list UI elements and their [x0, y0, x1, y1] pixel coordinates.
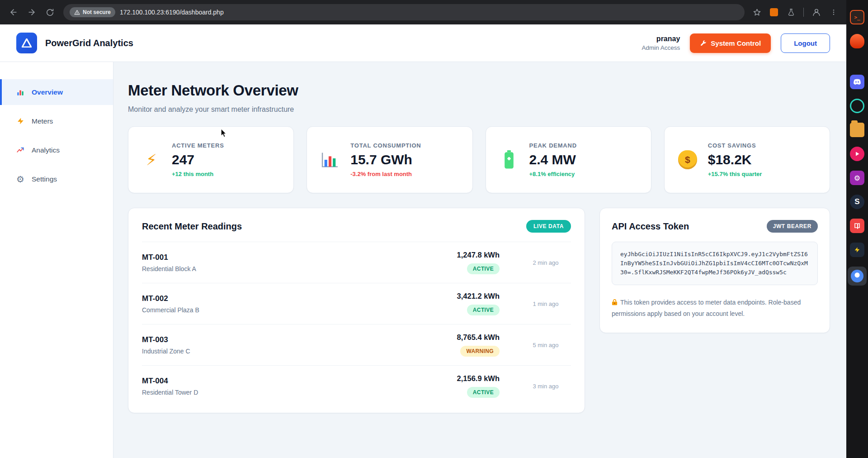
meter-id: MT-001 [142, 253, 457, 262]
readings-title: Recent Meter Readings [142, 221, 242, 232]
refresh-icon[interactable] [42, 4, 58, 20]
browser-window: Not secure 172.100.100.23:6190/dashboard… [0, 0, 846, 458]
powergrid-logo-icon [16, 33, 37, 53]
sidebar: Overview Meters Analytics [0, 62, 113, 458]
main-content: Meter Network Overview Monitor and analy… [113, 62, 846, 458]
stat-card-peak-demand: PEAK DEMAND 2.4 MW +8.1% efficiency [486, 126, 651, 193]
profile-icon[interactable] [809, 5, 824, 19]
table-row[interactable]: MT-004 Residential Tower D 2,156.9 kWh A… [142, 365, 571, 406]
menu-dots-icon[interactable] [827, 6, 840, 19]
dashboard-app: PowerGrid Analytics pranay Admin Access … [0, 24, 846, 458]
app-body: Overview Meters Analytics [0, 62, 846, 458]
table-row[interactable]: MT-001 Residential Block A 1,247.8 kWh A… [142, 242, 571, 283]
meter-value: 3,421.2 kWh [457, 292, 500, 301]
compass-icon[interactable] [850, 99, 864, 113]
lock-icon [612, 299, 618, 305]
sidebar-item-meters[interactable]: Meters [0, 108, 113, 134]
sidebar-item-settings[interactable]: ⚙ Settings [0, 166, 113, 192]
user-info: pranay Admin Access [642, 35, 680, 51]
logout-button[interactable]: Logout [781, 33, 830, 53]
table-row[interactable]: MT-002 Commercial Plaza B 3,421.2 kWh AC… [142, 283, 571, 324]
sidebar-item-overview[interactable]: Overview [0, 79, 113, 105]
meter-value: 2,156.9 kWh [457, 374, 500, 383]
toolbar-actions [750, 5, 841, 19]
token-header: API Access Token JWT BEARER [612, 208, 818, 242]
meter-id: MT-004 [142, 377, 457, 386]
battery-icon [498, 150, 520, 169]
user-role: Admin Access [642, 44, 680, 51]
security-label: Not secure [83, 9, 111, 15]
app-header: PowerGrid Analytics pranay Admin Access … [0, 24, 846, 62]
labs-flask-icon[interactable] [784, 5, 798, 19]
page-subtitle: Monitor and analyze your smart meter inf… [128, 105, 830, 114]
forward-icon[interactable] [24, 4, 40, 20]
stat-value: 15.7 GWh [350, 152, 421, 167]
brand: PowerGrid Analytics [16, 33, 133, 53]
gear-icon: ⚙ [15, 174, 25, 185]
stats-row: ⚡ ACTIVE METERS 247 +12 this month [128, 126, 830, 193]
table-row[interactable]: MT-003 Industrial Zone C 8,765.4 kWh WAR… [142, 324, 571, 365]
browser-app-icon[interactable] [851, 270, 863, 282]
sidebar-item-label: Overview [32, 88, 63, 96]
flame-icon[interactable] [850, 34, 864, 48]
recent-readings-card: Recent Meter Readings LIVE DATA MT-001 R… [128, 208, 585, 413]
browser-toolbar: Not secure 172.100.100.23:6190/dashboard… [0, 0, 846, 24]
stat-label: ACTIVE METERS [172, 142, 224, 149]
meter-time: 1 min ago [520, 301, 571, 307]
system-control-button[interactable]: System Control [690, 33, 771, 53]
live-data-badge: LIVE DATA [526, 220, 571, 233]
discord-icon[interactable] [850, 75, 864, 89]
reader-icon[interactable] [850, 219, 864, 233]
stat-label: PEAK DEMAND [529, 142, 577, 149]
stat-label: TOTAL CONSUMPTION [350, 142, 421, 149]
stat-label: COST SAVINGS [708, 142, 762, 149]
bookmark-star-icon[interactable] [750, 5, 764, 19]
stat-value: $18.2K [708, 152, 762, 167]
status-badge: ACTIVE [467, 263, 500, 274]
bar-chart-icon [319, 151, 341, 168]
meter-id: MT-002 [142, 294, 457, 303]
media-icon[interactable] [850, 147, 864, 161]
meter-time: 3 min ago [520, 383, 571, 390]
stat-delta: +12 this month [172, 171, 224, 177]
security-chip[interactable]: Not secure [70, 7, 115, 17]
folder-icon[interactable] [850, 123, 864, 137]
stat-card-total-consumption: TOTAL CONSUMPTION 15.7 GWh -3.2% from la… [307, 126, 472, 193]
meter-value: 1,247.8 kWh [457, 251, 500, 259]
address-bar[interactable]: Not secure 172.100.100.23:6190/dashboard… [63, 4, 745, 20]
url-text[interactable]: 172.100.100.23:6190/dashboard.php [120, 9, 224, 16]
lightning-bolt-icon [15, 117, 25, 125]
extension-icon[interactable] [767, 5, 781, 19]
meter-location: Commercial Plaza B [142, 306, 457, 314]
header-actions: pranay Admin Access System Control Logou… [642, 33, 830, 53]
skype-icon[interactable]: S [850, 195, 864, 209]
back-icon[interactable] [5, 4, 22, 20]
sidebar-item-label: Meters [32, 117, 53, 125]
trend-line-icon [15, 146, 25, 154]
bar-chart-icon [15, 88, 25, 96]
lightning-bolt-icon: ⚡ [140, 152, 163, 167]
meter-id: MT-003 [142, 335, 457, 344]
api-token-card: API Access Token JWT BEARER eyJhbGciOiJI… [599, 208, 830, 333]
username: pranay [642, 35, 680, 43]
terminal-icon[interactable]: >_ [850, 10, 864, 24]
stat-delta: +8.1% efficiency [529, 171, 577, 177]
active-app-highlight [848, 267, 867, 286]
os-taskbar: >_ ⚙ S [846, 0, 868, 458]
jwt-bearer-badge: JWT BEARER [767, 220, 818, 233]
status-badge: ACTIVE [467, 305, 500, 315]
readings-header: Recent Meter Readings LIVE DATA [142, 208, 571, 242]
token-note: This token provides access to meter data… [612, 297, 818, 319]
wrench-icon [700, 40, 707, 47]
settings-app-icon[interactable]: ⚙ [850, 171, 864, 185]
meter-location: Residential Tower D [142, 389, 457, 396]
meter-time: 2 min ago [520, 259, 571, 266]
token-value[interactable]: eyJhbGciOiJIUzI1NiIsInR5cCI6IkpXVCJ9.eyJ… [612, 242, 818, 285]
stat-value: 2.4 MW [529, 152, 577, 167]
meter-time: 5 min ago [520, 342, 571, 348]
sidebar-item-analytics[interactable]: Analytics [0, 137, 113, 163]
status-badge: ACTIVE [467, 387, 500, 398]
sidebar-item-label: Analytics [32, 146, 60, 154]
bolt-app-icon[interactable] [850, 243, 864, 257]
meter-value: 8,765.4 kWh [457, 333, 500, 342]
